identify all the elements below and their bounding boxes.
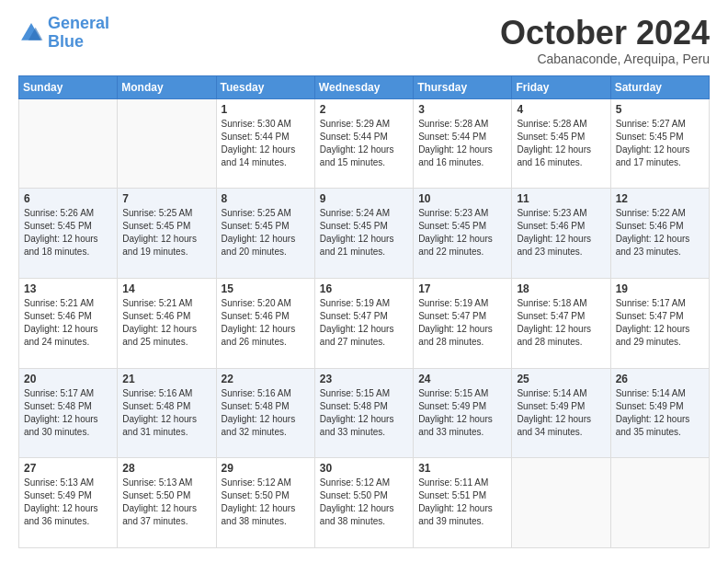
calendar-cell: 22Sunrise: 5:16 AMSunset: 5:48 PMDayligh…: [216, 368, 314, 458]
calendar-cell: 17Sunrise: 5:19 AMSunset: 5:47 PMDayligh…: [414, 278, 512, 368]
logo-line2: Blue: [48, 32, 84, 51]
day-info: Sunrise: 5:13 AMSunset: 5:49 PMDaylight:…: [24, 477, 112, 528]
day-number: 10: [418, 192, 506, 205]
day-info: Sunrise: 5:16 AMSunset: 5:48 PMDaylight:…: [222, 387, 310, 439]
day-header-wednesday: Wednesday: [314, 75, 413, 98]
logo-icon: [18, 20, 44, 46]
day-number: 17: [418, 282, 506, 295]
day-info: Sunrise: 5:19 AMSunset: 5:47 PMDaylight:…: [320, 297, 408, 349]
day-number: 15: [222, 282, 310, 295]
day-info: Sunrise: 5:17 AMSunset: 5:48 PMDaylight:…: [24, 387, 112, 439]
main-title: October 2024: [500, 15, 710, 52]
calendar-cell: 29Sunrise: 5:12 AMSunset: 5:50 PMDayligh…: [216, 458, 314, 548]
day-info: Sunrise: 5:29 AMSunset: 5:44 PMDaylight:…: [320, 118, 408, 169]
subtitle: Cabanaconde, Arequipa, Peru: [500, 52, 710, 66]
calendar-cell: 25Sunrise: 5:14 AMSunset: 5:49 PMDayligh…: [512, 368, 610, 458]
day-info: Sunrise: 5:22 AMSunset: 5:46 PMDaylight:…: [616, 207, 704, 259]
day-number: 26: [616, 373, 704, 385]
day-number: 23: [320, 373, 408, 385]
day-info: Sunrise: 5:15 AMSunset: 5:48 PMDaylight:…: [320, 387, 408, 439]
calendar-week-2: 13Sunrise: 5:21 AMSunset: 5:46 PMDayligh…: [19, 278, 710, 368]
day-info: Sunrise: 5:25 AMSunset: 5:45 PMDaylight:…: [222, 207, 310, 259]
day-number: 30: [320, 462, 408, 475]
calendar-cell: 18Sunrise: 5:18 AMSunset: 5:47 PMDayligh…: [512, 278, 610, 368]
calendar-cell: 1Sunrise: 5:30 AMSunset: 5:44 PMDaylight…: [216, 98, 314, 189]
calendar-cell: 28Sunrise: 5:13 AMSunset: 5:50 PMDayligh…: [118, 458, 216, 548]
day-number: 7: [122, 192, 210, 205]
day-info: Sunrise: 5:15 AMSunset: 5:49 PMDaylight:…: [418, 387, 506, 439]
day-info: Sunrise: 5:17 AMSunset: 5:47 PMDaylight:…: [616, 297, 704, 349]
logo-text: General Blue: [48, 15, 109, 52]
calendar-cell: [19, 98, 118, 189]
day-info: Sunrise: 5:21 AMSunset: 5:46 PMDaylight:…: [122, 297, 210, 349]
calendar-header-row: SundayMondayTuesdayWednesdayThursdayFrid…: [19, 75, 710, 98]
calendar-cell: [610, 458, 709, 548]
day-info: Sunrise: 5:23 AMSunset: 5:46 PMDaylight:…: [517, 207, 605, 259]
calendar-cell: 6Sunrise: 5:26 AMSunset: 5:45 PMDaylight…: [19, 189, 118, 279]
day-info: Sunrise: 5:28 AMSunset: 5:44 PMDaylight:…: [418, 118, 506, 169]
day-number: 5: [616, 103, 704, 116]
day-number: 20: [24, 373, 112, 385]
calendar-cell: 23Sunrise: 5:15 AMSunset: 5:48 PMDayligh…: [314, 368, 413, 458]
calendar-week-0: 1Sunrise: 5:30 AMSunset: 5:44 PMDaylight…: [19, 98, 710, 189]
calendar-cell: 4Sunrise: 5:28 AMSunset: 5:45 PMDaylight…: [512, 98, 610, 189]
day-info: Sunrise: 5:28 AMSunset: 5:45 PMDaylight:…: [517, 118, 605, 169]
day-number: 28: [122, 462, 210, 475]
day-number: 16: [320, 282, 408, 295]
day-number: 19: [616, 282, 704, 295]
day-number: 6: [24, 192, 112, 205]
calendar-week-4: 27Sunrise: 5:13 AMSunset: 5:49 PMDayligh…: [19, 458, 710, 548]
calendar-cell: 14Sunrise: 5:21 AMSunset: 5:46 PMDayligh…: [118, 278, 216, 368]
calendar-week-3: 20Sunrise: 5:17 AMSunset: 5:48 PMDayligh…: [19, 368, 710, 458]
day-header-thursday: Thursday: [414, 75, 512, 98]
logo-line1: General: [48, 14, 109, 32]
calendar-cell: 30Sunrise: 5:12 AMSunset: 5:50 PMDayligh…: [314, 458, 413, 548]
day-info: Sunrise: 5:30 AMSunset: 5:44 PMDaylight:…: [222, 118, 310, 169]
day-header-tuesday: Tuesday: [216, 75, 314, 98]
calendar-cell: 11Sunrise: 5:23 AMSunset: 5:46 PMDayligh…: [512, 189, 610, 279]
day-number: 4: [517, 103, 605, 116]
calendar-cell: 19Sunrise: 5:17 AMSunset: 5:47 PMDayligh…: [610, 278, 709, 368]
day-info: Sunrise: 5:13 AMSunset: 5:50 PMDaylight:…: [122, 477, 210, 528]
day-number: 9: [320, 192, 408, 205]
day-header-saturday: Saturday: [610, 75, 709, 98]
calendar-cell: 24Sunrise: 5:15 AMSunset: 5:49 PMDayligh…: [414, 368, 512, 458]
day-number: 3: [418, 103, 506, 116]
calendar-cell: 3Sunrise: 5:28 AMSunset: 5:44 PMDaylight…: [414, 98, 512, 189]
day-info: Sunrise: 5:25 AMSunset: 5:45 PMDaylight:…: [122, 207, 210, 259]
day-info: Sunrise: 5:12 AMSunset: 5:50 PMDaylight:…: [320, 477, 408, 528]
day-header-monday: Monday: [118, 75, 216, 98]
calendar-cell: 9Sunrise: 5:24 AMSunset: 5:45 PMDaylight…: [314, 189, 413, 279]
day-number: 25: [517, 373, 605, 385]
page: General Blue October 2024 Cabanaconde, A…: [0, 0, 728, 563]
day-number: 8: [222, 192, 310, 205]
calendar-cell: 13Sunrise: 5:21 AMSunset: 5:46 PMDayligh…: [19, 278, 118, 368]
day-info: Sunrise: 5:16 AMSunset: 5:48 PMDaylight:…: [122, 387, 210, 439]
day-number: 2: [320, 103, 408, 116]
day-number: 22: [222, 373, 310, 385]
day-number: 11: [517, 192, 605, 205]
day-number: 24: [418, 373, 506, 385]
calendar-cell: 7Sunrise: 5:25 AMSunset: 5:45 PMDaylight…: [118, 189, 216, 279]
day-number: 29: [222, 462, 310, 475]
day-info: Sunrise: 5:19 AMSunset: 5:47 PMDaylight:…: [418, 297, 506, 349]
calendar-cell: 8Sunrise: 5:25 AMSunset: 5:45 PMDaylight…: [216, 189, 314, 279]
day-number: 13: [24, 282, 112, 295]
day-number: 1: [222, 103, 310, 116]
day-number: 27: [24, 462, 112, 475]
day-info: Sunrise: 5:11 AMSunset: 5:51 PMDaylight:…: [418, 477, 506, 528]
calendar-cell: 26Sunrise: 5:14 AMSunset: 5:49 PMDayligh…: [610, 368, 709, 458]
day-info: Sunrise: 5:20 AMSunset: 5:46 PMDaylight:…: [222, 297, 310, 349]
day-number: 18: [517, 282, 605, 295]
day-info: Sunrise: 5:14 AMSunset: 5:49 PMDaylight:…: [616, 387, 704, 439]
day-info: Sunrise: 5:23 AMSunset: 5:45 PMDaylight:…: [418, 207, 506, 259]
calendar-cell: 2Sunrise: 5:29 AMSunset: 5:44 PMDaylight…: [314, 98, 413, 189]
day-number: 14: [122, 282, 210, 295]
calendar-cell: 21Sunrise: 5:16 AMSunset: 5:48 PMDayligh…: [118, 368, 216, 458]
title-block: October 2024 Cabanaconde, Arequipa, Peru: [500, 15, 710, 66]
calendar-cell: 10Sunrise: 5:23 AMSunset: 5:45 PMDayligh…: [414, 189, 512, 279]
calendar-table: SundayMondayTuesdayWednesdayThursdayFrid…: [18, 75, 710, 548]
calendar-cell: 27Sunrise: 5:13 AMSunset: 5:49 PMDayligh…: [19, 458, 118, 548]
day-header-sunday: Sunday: [19, 75, 118, 98]
day-info: Sunrise: 5:21 AMSunset: 5:46 PMDaylight:…: [24, 297, 112, 349]
